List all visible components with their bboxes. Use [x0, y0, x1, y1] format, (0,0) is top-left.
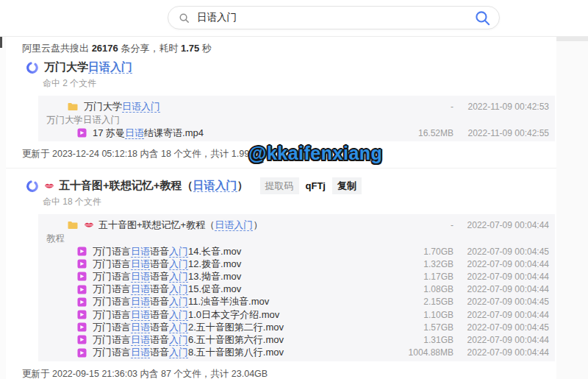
name-text: 万门大学	[84, 101, 122, 112]
video-file-icon	[77, 348, 87, 358]
file-date: 2022-07-09 00:04:44	[453, 259, 555, 269]
video-file-icon	[77, 322, 87, 332]
file-date: 2022-07-09 00:04:44	[453, 310, 555, 320]
keyword-highlight: 入门	[169, 258, 188, 270]
video-file-icon	[77, 272, 87, 281]
keyword-highlight: 入门	[169, 283, 188, 295]
file-size: 1004.88MB	[395, 347, 453, 358]
file-name-link[interactable]: 万门语言日语语音入门13.拗音.mov	[93, 270, 395, 283]
keyword-highlight: 日语入门	[122, 101, 160, 113]
file-date: 2022-07-09 00:04:45	[453, 297, 555, 307]
file-size: 1.31GB	[395, 335, 453, 345]
extract-code-value: qFTj	[301, 177, 331, 194]
left-scrollbar-thumb[interactable]	[0, 37, 2, 48]
keyword-highlight: 日语	[131, 246, 150, 258]
name-text: 万门语言	[93, 283, 131, 294]
keyword-highlight: 日语	[131, 309, 150, 321]
file-date: 2022-07-09 00:04:44	[453, 335, 555, 345]
video-file-icon	[77, 335, 87, 344]
file-row: 万门语言日语语音入门2.五十音图第二行.mov1.57GB2022-07-09 …	[38, 321, 555, 333]
search-submit-button[interactable]	[473, 9, 492, 27]
file-size: 1.08GB	[395, 284, 453, 294]
file-row: 万门语言日语语音入门15.促音.mov1.08GB2022-07-09 00:0…	[38, 283, 555, 296]
name-text: 万门语言	[93, 246, 131, 257]
result-count: 26176	[92, 43, 118, 54]
path-text: 教程	[46, 233, 555, 245]
lips-icon	[44, 183, 54, 190]
keyword-highlight: 日语	[131, 334, 150, 346]
file-size: 1.32GB	[395, 259, 453, 269]
top-header	[0, 0, 588, 37]
name-text: 语音	[150, 334, 169, 345]
keyword-highlight: 入门	[169, 334, 188, 346]
lips-icon	[84, 222, 94, 229]
stats-text: 秒	[199, 43, 212, 54]
name-text: 万门语言	[93, 309, 131, 320]
search-bar[interactable]	[168, 6, 500, 29]
video-file-icon	[77, 310, 87, 319]
path-row: 万门大学日语入门	[38, 114, 555, 127]
file-date: 2022-07-09 00:04:44	[453, 272, 555, 282]
search-submit-icon	[473, 9, 492, 27]
result-header: 五十音图+联想记忆+教程（日语入门）提取码qFTj复制	[6, 178, 556, 194]
file-name-link[interactable]: 万门语言日语语音入门11.浊音半浊音.mov	[93, 295, 395, 308]
file-name-link[interactable]: 万门语言日语语音入门2.五十音图第二行.mov	[93, 321, 395, 334]
name-text: 语音	[150, 347, 169, 358]
file-name-link[interactable]: 万门语言日语语音入门12.拨音.mov	[93, 258, 395, 271]
name-text: ）	[253, 219, 262, 230]
file-row: 万门语言日语语音入门11.浊音半浊音.mov2.15GB2022-07-09 0…	[38, 296, 555, 308]
name-text: 13.拗音.mov	[188, 271, 241, 282]
stats-text: 阿里云盘共搜出	[22, 43, 92, 54]
name-text: 语音	[150, 309, 169, 320]
result-title-link[interactable]: 五十音图+联想记忆+教程（日语入门）	[59, 179, 248, 193]
name-text: 结课寄语.mp4	[144, 127, 204, 138]
file-size: 16.52MB	[395, 128, 453, 138]
copy-button[interactable]: 复制	[332, 177, 362, 194]
search-results-panel: 阿里云盘共搜出 26176 条分享，耗时 1.75 秒 万门大学日语入门命中 2…	[6, 37, 556, 379]
file-list: 五十音图+联想记忆+教程（日语入门）-2022-07-09 00:04:44教程…	[38, 214, 555, 361]
file-row: 万门语言日语语音入门13.拗音.mov1.17GB2022-07-09 00:0…	[38, 270, 555, 283]
file-name-link[interactable]: 万门大学日语入门	[84, 100, 395, 113]
name-text: ）	[237, 179, 248, 191]
video-file-icon	[77, 259, 87, 269]
name-text: 五十音图+联想记忆+教程（	[59, 179, 193, 191]
file-date: 2022-07-09 00:04:44	[453, 284, 555, 294]
file-name-link[interactable]: 17 苏曼日语结课寄语.mp4	[93, 127, 395, 140]
keyword-highlight: 入门	[169, 246, 188, 258]
name-text: 万门大学日语入门	[46, 115, 120, 125]
extract-code-label: 提取码	[260, 177, 299, 194]
keyword-highlight: 日语	[131, 322, 150, 333]
file-name-link[interactable]: 五十音图+联想记忆+教程（日语入门）	[98, 219, 395, 232]
name-text: 万门语言	[93, 296, 131, 307]
file-date: 2022-07-09 00:04:45	[453, 322, 555, 333]
file-name-link[interactable]: 万门语言日语语音入门6.五十音图第六行.mov	[93, 333, 395, 347]
file-name-link[interactable]: 万门语言日语语音入门1.0日本文字介绍.mov	[93, 308, 395, 322]
search-input[interactable]	[196, 12, 473, 24]
video-file-icon	[77, 285, 87, 294]
file-date: 2022-11-09 00:42:53	[453, 102, 555, 112]
watermark: @kkaifenxiang	[248, 143, 382, 164]
result-title-link[interactable]: 万门大学日语入门	[44, 60, 132, 74]
page-right-gutter	[556, 0, 588, 379]
name-text: 语音	[150, 271, 169, 282]
keyword-highlight: 入门	[169, 271, 188, 283]
keyword-highlight: 入门	[169, 347, 188, 358]
name-text: 语音	[150, 322, 169, 333]
file-name-link[interactable]: 万门语言日语语音入门15.促音.mov	[93, 283, 395, 296]
name-text: 8.五十音图第八行.mov	[188, 347, 284, 358]
folder-icon	[68, 102, 78, 111]
keyword-highlight: 日语	[131, 271, 150, 283]
file-name-link[interactable]: 万门语言日语语音入门8.五十音图第八行.mov	[93, 346, 395, 359]
file-size: 2.15GB	[395, 297, 453, 307]
folder-icon	[68, 221, 78, 230]
name-text: 万门大学	[44, 60, 88, 73]
keyword-highlight: 入门	[169, 309, 188, 321]
file-name-link[interactable]: 万门语言日语语音入门14.长音.mov	[93, 245, 395, 258]
video-file-icon	[77, 297, 87, 307]
keyword-highlight: 日语	[131, 296, 150, 308]
block-divider	[6, 168, 556, 169]
path-row: 教程	[38, 233, 555, 245]
search-stats-line: 阿里云盘共搜出 26176 条分享，耗时 1.75 秒	[22, 42, 212, 55]
file-size: 1.17GB	[395, 272, 453, 282]
file-row: 万门语言日语语音入门6.五十音图第六行.mov1.31GB2022-07-09 …	[38, 333, 555, 346]
